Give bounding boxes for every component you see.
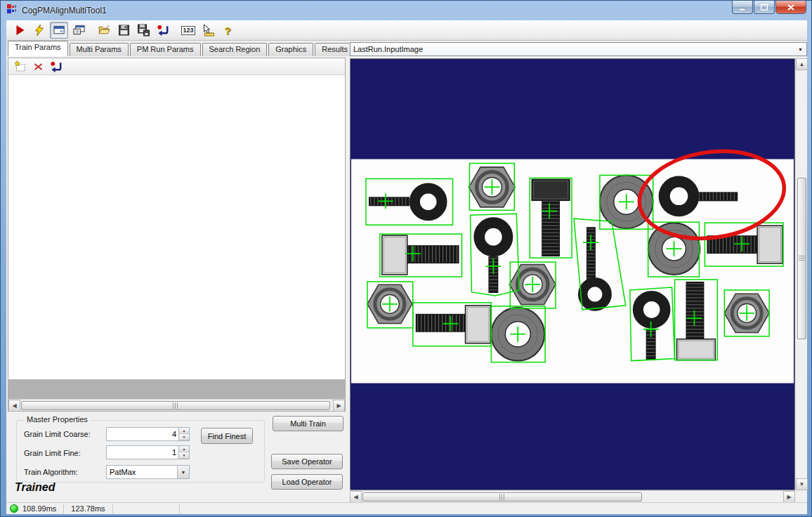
train-algorithm-value: PatMax [107,468,136,476]
scroll-left-arrow[interactable]: ◀ [350,491,362,503]
grid-horizontal-scrollbar[interactable]: ◀ ▶ [8,399,345,411]
combobox-arrow-icon[interactable]: ▼ [794,43,806,55]
reset-icon[interactable] [154,22,172,39]
run-icon[interactable] [11,22,29,39]
scrollbar-corner [795,490,807,502]
image-source-combobox[interactable]: LastRun.InputImage ▼ [350,42,807,56]
app-window: CogPMAlignMultiTool1 ?123? Train ParamsM… [0,0,812,517]
dropdown-arrow-icon[interactable]: ▼ [177,466,189,478]
help-icon[interactable]: ? [218,22,237,39]
scroll-right-arrow[interactable]: ▶ [333,400,345,412]
content-area: Train ParamsMulti ParamsPM Run ParamsSea… [6,41,807,502]
load-operator-button[interactable]: Load Operator [271,474,343,490]
tab-train-params[interactable]: Train Params [8,41,68,56]
scroll-left-arrow[interactable]: ◀ [8,400,20,412]
tab-bar: Train ParamsMulti ParamsPM Run ParamsSea… [8,41,356,56]
scroll-up-arrow[interactable]: ▲ [796,58,808,70]
train-algorithm-label: Train Algorithm: [24,468,78,476]
copy-result-window-icon[interactable]: ? [70,22,88,39]
main-toolbar: ?123? [6,20,807,41]
run-time: 108.99ms [18,504,60,513]
show-result-window-icon[interactable] [50,22,68,39]
tab-pm-run-params[interactable]: PM Run Params [130,43,201,56]
tab-graphics[interactable]: Graphics [268,43,313,56]
number-display-icon[interactable]: 123 [179,22,197,39]
train-algorithm-dropdown[interactable]: PatMax ▼ [106,465,190,479]
pointer-ruler-icon[interactable] [199,22,217,39]
viewer-vertical-scrollbar[interactable]: ▲ ▼ [795,58,807,490]
grid-empty-area [8,379,345,399]
image-panel: LastRun.InputImage ▼ ▲ ▼ ◀ ▶ [350,41,807,502]
close-button[interactable] [775,1,806,14]
pattern-toolbar [8,58,345,75]
coarse-spinner[interactable]: ▲▼ [178,428,189,440]
title-bar: CogPMAlignMultiTool1 [1,1,812,20]
status-indicator [10,504,18,513]
window-title: CogPMAlignMultiTool1 [22,6,107,15]
image-viewer[interactable] [350,58,795,490]
grain-limit-fine-label: Grain Limit Fine: [24,449,81,457]
open-file-icon[interactable] [95,22,113,39]
grain-limit-coarse-value: 4 [107,430,178,438]
fine-spinner[interactable]: ▲▼ [178,446,189,459]
viewer-horizontal-scrollbar[interactable]: ◀ ▶ [350,490,795,502]
svg-text:?: ? [75,30,78,34]
scroll-down-arrow[interactable]: ▼ [796,478,808,490]
total-time: 123.78ms [67,504,109,513]
tab-search-region[interactable]: Search Region [202,43,268,56]
electric-run-icon[interactable] [30,22,48,39]
delete-pattern-icon[interactable] [30,59,46,74]
grain-limit-coarse-label: Grain Limit Coarse: [24,430,91,438]
grain-limit-coarse-field[interactable]: 4 ▲▼ [106,427,190,441]
group-legend: Master Properties [24,415,91,424]
scrollbar-thumb[interactable] [362,492,642,502]
pattern-table-card: ◀ ▶ [8,58,346,412]
image-source-value: LastRun.InputImage [353,45,423,53]
multi-train-button[interactable]: Multi Train [273,416,343,431]
maximize-button[interactable] [754,1,775,14]
trained-status-text: Trained [15,481,55,494]
inspection-image [351,59,794,490]
status-bar: 108.99ms 123.78ms [6,502,807,514]
grain-limit-fine-value: 1 [107,448,178,457]
minimize-button[interactable] [732,1,753,14]
tab-results[interactable]: Results [315,43,355,56]
reset-pattern-icon[interactable] [48,59,65,74]
save-operator-button[interactable]: Save Operator [271,454,343,469]
find-finest-button[interactable]: Find Finest [201,428,253,444]
scroll-right-arrow[interactable]: ▶ [783,491,795,503]
save-file-icon[interactable] [114,22,133,39]
new-pattern-icon[interactable] [11,59,28,74]
app-icon [6,4,18,18]
scrollbar-thumb[interactable] [21,401,330,410]
scrollbar-thumb[interactable] [797,178,806,339]
tab-multi-params[interactable]: Multi Params [70,43,129,56]
grain-limit-fine-field[interactable]: 1 ▲▼ [106,445,190,459]
save-as-file-icon[interactable] [134,22,152,39]
